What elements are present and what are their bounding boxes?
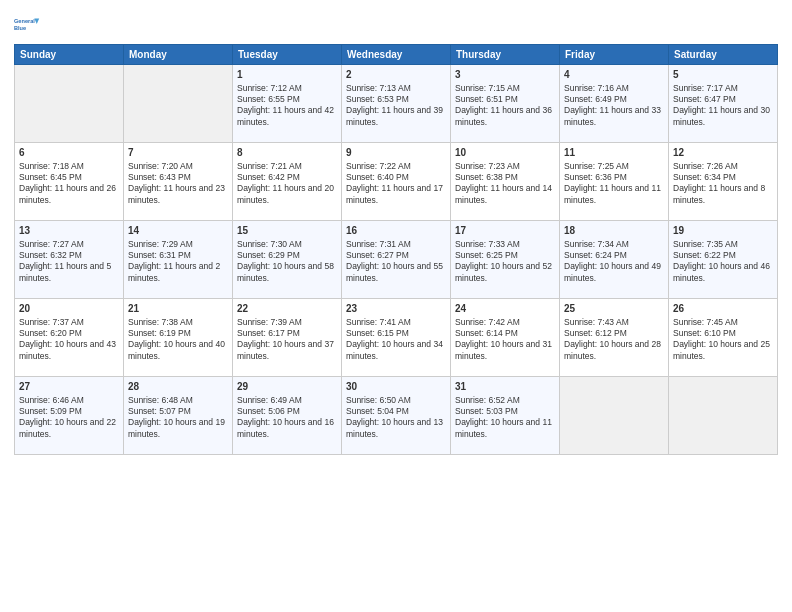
day-cell: 5Sunrise: 7:17 AMSunset: 6:47 PMDaylight… [669,65,778,143]
svg-text:General: General [14,18,35,24]
day-info: Sunrise: 7:39 AMSunset: 6:17 PMDaylight:… [237,317,337,363]
day-number: 24 [455,302,555,316]
logo-icon: GeneralBlue [14,10,42,38]
day-info: Sunrise: 6:49 AMSunset: 5:06 PMDaylight:… [237,395,337,441]
day-info: Sunrise: 6:46 AMSunset: 5:09 PMDaylight:… [19,395,119,441]
day-number: 28 [128,380,228,394]
day-cell: 24Sunrise: 7:42 AMSunset: 6:14 PMDayligh… [451,299,560,377]
day-info: Sunrise: 7:31 AMSunset: 6:27 PMDaylight:… [346,239,446,285]
day-info: Sunrise: 7:42 AMSunset: 6:14 PMDaylight:… [455,317,555,363]
day-info: Sunrise: 7:37 AMSunset: 6:20 PMDaylight:… [19,317,119,363]
day-cell: 11Sunrise: 7:25 AMSunset: 6:36 PMDayligh… [560,143,669,221]
day-cell: 25Sunrise: 7:43 AMSunset: 6:12 PMDayligh… [560,299,669,377]
week-row-1: 1Sunrise: 7:12 AMSunset: 6:55 PMDaylight… [15,65,778,143]
day-number: 25 [564,302,664,316]
col-header-thursday: Thursday [451,45,560,65]
day-number: 16 [346,224,446,238]
day-cell: 15Sunrise: 7:30 AMSunset: 6:29 PMDayligh… [233,221,342,299]
day-cell: 8Sunrise: 7:21 AMSunset: 6:42 PMDaylight… [233,143,342,221]
day-number: 27 [19,380,119,394]
day-number: 6 [19,146,119,160]
col-header-sunday: Sunday [15,45,124,65]
day-cell: 10Sunrise: 7:23 AMSunset: 6:38 PMDayligh… [451,143,560,221]
day-info: Sunrise: 7:43 AMSunset: 6:12 PMDaylight:… [564,317,664,363]
col-header-monday: Monday [124,45,233,65]
day-cell: 19Sunrise: 7:35 AMSunset: 6:22 PMDayligh… [669,221,778,299]
day-number: 22 [237,302,337,316]
day-info: Sunrise: 7:29 AMSunset: 6:31 PMDaylight:… [128,239,228,285]
day-number: 2 [346,68,446,82]
day-number: 12 [673,146,773,160]
day-cell: 29Sunrise: 6:49 AMSunset: 5:06 PMDayligh… [233,377,342,455]
day-cell: 4Sunrise: 7:16 AMSunset: 6:49 PMDaylight… [560,65,669,143]
day-info: Sunrise: 7:35 AMSunset: 6:22 PMDaylight:… [673,239,773,285]
day-info: Sunrise: 7:15 AMSunset: 6:51 PMDaylight:… [455,83,555,129]
week-row-3: 13Sunrise: 7:27 AMSunset: 6:32 PMDayligh… [15,221,778,299]
header-row: SundayMondayTuesdayWednesdayThursdayFrid… [15,45,778,65]
day-cell: 21Sunrise: 7:38 AMSunset: 6:19 PMDayligh… [124,299,233,377]
day-cell [15,65,124,143]
day-number: 19 [673,224,773,238]
day-info: Sunrise: 7:34 AMSunset: 6:24 PMDaylight:… [564,239,664,285]
day-info: Sunrise: 7:45 AMSunset: 6:10 PMDaylight:… [673,317,773,363]
day-number: 8 [237,146,337,160]
day-info: Sunrise: 7:17 AMSunset: 6:47 PMDaylight:… [673,83,773,129]
day-cell: 31Sunrise: 6:52 AMSunset: 5:03 PMDayligh… [451,377,560,455]
day-cell: 12Sunrise: 7:26 AMSunset: 6:34 PMDayligh… [669,143,778,221]
day-cell [669,377,778,455]
day-number: 5 [673,68,773,82]
day-number: 20 [19,302,119,316]
day-cell: 26Sunrise: 7:45 AMSunset: 6:10 PMDayligh… [669,299,778,377]
day-number: 30 [346,380,446,394]
day-cell: 18Sunrise: 7:34 AMSunset: 6:24 PMDayligh… [560,221,669,299]
day-cell: 13Sunrise: 7:27 AMSunset: 6:32 PMDayligh… [15,221,124,299]
day-number: 11 [564,146,664,160]
day-number: 9 [346,146,446,160]
col-header-saturday: Saturday [669,45,778,65]
day-info: Sunrise: 7:13 AMSunset: 6:53 PMDaylight:… [346,83,446,129]
day-number: 29 [237,380,337,394]
day-number: 23 [346,302,446,316]
day-number: 17 [455,224,555,238]
day-info: Sunrise: 6:48 AMSunset: 5:07 PMDaylight:… [128,395,228,441]
day-cell: 22Sunrise: 7:39 AMSunset: 6:17 PMDayligh… [233,299,342,377]
day-number: 10 [455,146,555,160]
day-number: 3 [455,68,555,82]
svg-marker-2 [34,18,39,24]
day-number: 18 [564,224,664,238]
day-info: Sunrise: 7:41 AMSunset: 6:15 PMDaylight:… [346,317,446,363]
day-cell: 2Sunrise: 7:13 AMSunset: 6:53 PMDaylight… [342,65,451,143]
svg-text:Blue: Blue [14,25,26,31]
day-cell: 6Sunrise: 7:18 AMSunset: 6:45 PMDaylight… [15,143,124,221]
day-cell: 17Sunrise: 7:33 AMSunset: 6:25 PMDayligh… [451,221,560,299]
col-header-wednesday: Wednesday [342,45,451,65]
day-cell: 9Sunrise: 7:22 AMSunset: 6:40 PMDaylight… [342,143,451,221]
logo: GeneralBlue [14,10,42,38]
day-number: 26 [673,302,773,316]
day-number: 4 [564,68,664,82]
day-number: 21 [128,302,228,316]
day-cell: 28Sunrise: 6:48 AMSunset: 5:07 PMDayligh… [124,377,233,455]
day-number: 13 [19,224,119,238]
week-row-2: 6Sunrise: 7:18 AMSunset: 6:45 PMDaylight… [15,143,778,221]
day-info: Sunrise: 7:20 AMSunset: 6:43 PMDaylight:… [128,161,228,207]
day-info: Sunrise: 7:25 AMSunset: 6:36 PMDaylight:… [564,161,664,207]
day-info: Sunrise: 7:21 AMSunset: 6:42 PMDaylight:… [237,161,337,207]
day-info: Sunrise: 6:50 AMSunset: 5:04 PMDaylight:… [346,395,446,441]
day-cell [560,377,669,455]
day-cell: 20Sunrise: 7:37 AMSunset: 6:20 PMDayligh… [15,299,124,377]
day-info: Sunrise: 6:52 AMSunset: 5:03 PMDaylight:… [455,395,555,441]
day-info: Sunrise: 7:26 AMSunset: 6:34 PMDaylight:… [673,161,773,207]
day-cell [124,65,233,143]
header: GeneralBlue [14,10,778,38]
week-row-5: 27Sunrise: 6:46 AMSunset: 5:09 PMDayligh… [15,377,778,455]
day-number: 31 [455,380,555,394]
day-cell: 14Sunrise: 7:29 AMSunset: 6:31 PMDayligh… [124,221,233,299]
day-cell: 30Sunrise: 6:50 AMSunset: 5:04 PMDayligh… [342,377,451,455]
day-cell: 27Sunrise: 6:46 AMSunset: 5:09 PMDayligh… [15,377,124,455]
day-info: Sunrise: 7:12 AMSunset: 6:55 PMDaylight:… [237,83,337,129]
day-info: Sunrise: 7:27 AMSunset: 6:32 PMDaylight:… [19,239,119,285]
day-info: Sunrise: 7:18 AMSunset: 6:45 PMDaylight:… [19,161,119,207]
calendar-table: SundayMondayTuesdayWednesdayThursdayFrid… [14,44,778,455]
day-number: 14 [128,224,228,238]
